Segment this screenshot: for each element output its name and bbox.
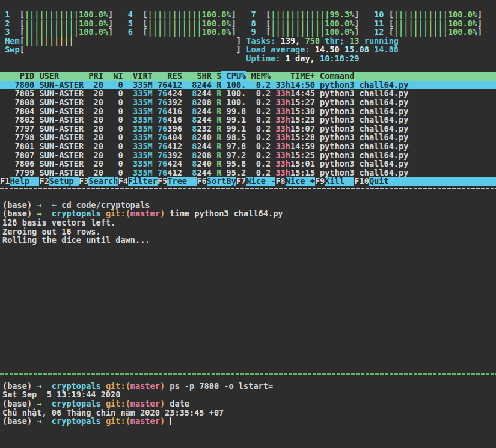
fkey-item-kill[interactable]: F9Kill	[315, 177, 354, 186]
table-row[interactable]: 7802 SUN-ASTER 20 0 335M 76416 8244 R 99…	[0, 115, 496, 124]
load-average: Load average: 14.50 15.08 14.88	[246, 44, 399, 54]
pane-divider-bottom	[0, 373, 496, 375]
empty-region	[0, 245, 496, 373]
swp-meter: Swp[ ]	[0, 44, 241, 54]
cpu-meter-12: 12 [|||||||||||100.0%]	[369, 27, 482, 37]
uptime: Uptime: 1 day, 10:18:29	[246, 54, 359, 63]
mem-meter-row: Mem[|||||||||| ] Tasks: 139, 750 thr; 13…	[0, 37, 496, 46]
fkey-item-nice[interactable]: F8Nice +	[275, 177, 314, 186]
fkey-item-search[interactable]: F3Search	[79, 177, 118, 186]
table-row[interactable]: 7806 SUN-ASTER 20 0 335M 76424 8240 R 95…	[0, 159, 496, 168]
text-cursor	[170, 417, 171, 425]
table-row[interactable]: 7798 SUN-ASTER 20 0 335M 76404 8240 R 98…	[0, 133, 496, 142]
shell-top-line: Zeroing out 16 rows.	[2, 227, 496, 236]
cpu-meter-10: 10 [|||||||||||100.0%]	[369, 10, 482, 19]
cpu-meter-8: 8 [|||||||||||100.0%]	[246, 19, 359, 28]
shell-top-line: (base) → cryptopals git:(master) time py…	[2, 209, 496, 218]
table-header[interactable]: PID USER PRI NI VIRT RES SHR S CPU% MEM%…	[0, 72, 496, 81]
fkey-bar: F1Help F2Setup F3SearchF4FilterF5Tree F6…	[0, 177, 496, 186]
shell-top-line: Rolling the dice until dawn...	[2, 236, 496, 245]
pane-divider-top	[0, 188, 496, 189]
shell-bottom-line: Sat Sep 5 13:19:44 2020	[2, 390, 496, 399]
uptime-row: Uptime: 1 day, 10:18:29	[0, 54, 496, 63]
cpu-meter-11: 11 [|||||||||||100.0%]	[369, 19, 482, 28]
cpu-meter-1: 1 [|||||||||||100.0%]	[0, 10, 113, 19]
htop-meters: 1 [|||||||||||100.0%] 4 [|||||||||||100.…	[0, 10, 496, 63]
shell-bottom-line: (base) → cryptopals git:(master) ps -p 7…	[2, 382, 496, 391]
fkey-item-tree[interactable]: F5Tree	[158, 177, 197, 186]
mem-meter: Mem[|||||||||| ]	[0, 36, 241, 46]
process-table: PID USER PRI NI VIRT RES SHR S CPU% MEM%…	[0, 72, 496, 177]
cpu-meter-2: 2 [|||||||||||100.0%]	[0, 19, 113, 28]
cpu-meter-row: 2 [|||||||||||100.0%] 5 [|||||||||||100.…	[0, 19, 496, 28]
cpu-meter-row: 3 [|||||||||||100.0%] 6 [|||||||||||100.…	[0, 28, 496, 37]
cpu-meter-9: 9 [|||||||||||100.0%]	[246, 27, 359, 37]
table-row[interactable]: 7800 SUN-ASTER 20 0 335M 76412 8244 R 10…	[0, 81, 496, 90]
fkey-item-nice[interactable]: F7Nice -	[236, 177, 275, 186]
fkey-item-quit[interactable]: F10Quit	[354, 177, 496, 186]
table-row[interactable]: 7804 SUN-ASTER 20 0 335M 76416 8244 R 99…	[0, 107, 496, 116]
terminal-screen: 1 [|||||||||||100.0%] 4 [|||||||||||100.…	[0, 0, 496, 426]
table-row[interactable]: 7805 SUN-ASTER 20 0 335M 76424 8244 R 10…	[0, 89, 496, 98]
shell-output-bottom: (base) → cryptopals git:(master) ps -p 7…	[0, 382, 496, 426]
shell-bottom-line: (base) → cryptopals git:(master) date	[2, 399, 496, 408]
fkey-item-sortby[interactable]: F6SortBy	[197, 177, 236, 186]
table-row[interactable]: 7799 SUN-ASTER 20 0 335M 76412 8244 R 95…	[0, 168, 496, 177]
htop-pane: 1 [|||||||||||100.0%] 4 [|||||||||||100.…	[0, 10, 496, 186]
cpu-meter-4: 4 [|||||||||||100.0%]	[123, 10, 236, 19]
fkey-item-help[interactable]: F1Help	[0, 177, 39, 186]
shell-top-line: (base) → ~ cd code/cryptopals	[2, 201, 496, 210]
tasks-summary: Tasks: 139, 750 thr; 13 running	[246, 36, 399, 46]
fkey-item-setup[interactable]: F2Setup	[39, 177, 78, 186]
cpu-meter-7: 7 [||||||||||||99.3%]	[246, 10, 359, 19]
shell-output-top: (base) → ~ cd code/cryptopals(base) → cr…	[0, 201, 496, 245]
shell-bottom-line: Chủ nhật, 06 Tháng chín năm 2020 23:35:4…	[2, 408, 496, 417]
cpu-meter-3: 3 [|||||||||||100.0%]	[0, 27, 113, 37]
htop-spacer-line	[0, 63, 496, 72]
table-row[interactable]: 7797 SUN-ASTER 20 0 335M 76396 8232 R 99…	[0, 124, 496, 133]
table-row[interactable]: 7808 SUN-ASTER 20 0 335M 76392 8208 R 10…	[0, 98, 496, 107]
cpu-meter-6: 6 [|||||||||||100.0%]	[123, 27, 236, 37]
table-row[interactable]: 7807 SUN-ASTER 20 0 335M 76392 8208 R 97…	[0, 151, 496, 160]
cpu-meter-row: 1 [|||||||||||100.0%] 4 [|||||||||||100.…	[0, 10, 496, 19]
cpu-meter-5: 5 [|||||||||||100.0%]	[123, 19, 236, 28]
table-row[interactable]: 7801 SUN-ASTER 20 0 335M 76412 8244 R 97…	[0, 142, 496, 151]
shell-top-line: 128 basis vectors left.	[2, 218, 496, 227]
swp-meter-row: Swp[ ] Load average: 14.50 15.08 14.88	[0, 45, 496, 54]
fkey-item-filter[interactable]: F4Filter	[118, 177, 157, 186]
shell-bottom-line: (base) → cryptopals git:(master)	[2, 417, 496, 426]
